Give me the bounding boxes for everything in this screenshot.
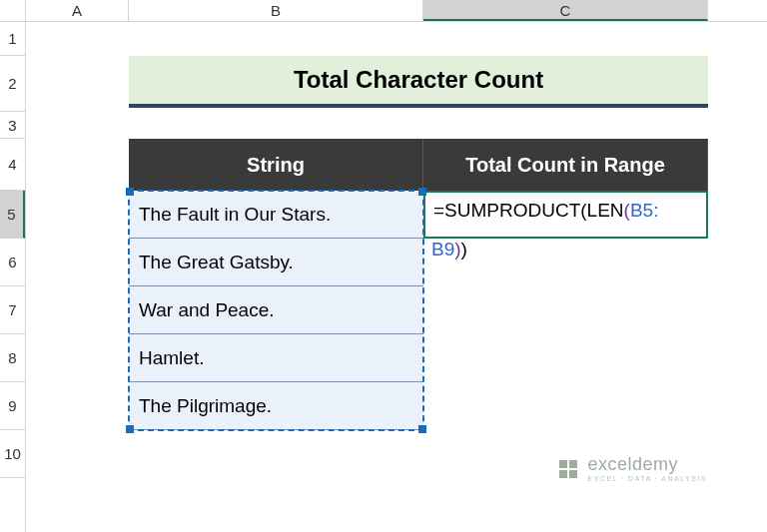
data-range: The Fault in Our Stars. The Great Gatsby… [129, 191, 423, 430]
title-banner: Total Character Count [129, 56, 708, 108]
select-all-corner[interactable] [0, 0, 26, 21]
row-header-10[interactable]: 10 [0, 430, 25, 478]
row-header-1[interactable]: 1 [0, 22, 25, 56]
column-headers: A B C [0, 0, 767, 22]
exceldemy-logo-icon [556, 457, 580, 481]
row-header-7[interactable]: 7 [0, 286, 25, 334]
row-header-5[interactable]: 5 [0, 191, 25, 239]
formula-fn: =SUMPRODUCT [433, 200, 580, 221]
header-string[interactable]: String [129, 139, 423, 191]
formula-ref1: B5: [630, 200, 659, 221]
formula-len: LEN [587, 200, 624, 221]
row-header-6[interactable]: 6 [0, 239, 25, 286]
formula-overflow: B9)) [423, 239, 467, 261]
cell-b9[interactable]: The Pilgrimage. [129, 382, 423, 430]
row-header-4[interactable]: 4 [0, 139, 25, 191]
row-headers: 1 2 3 4 5 6 7 8 9 10 [0, 22, 26, 532]
column-header-b[interactable]: B [129, 0, 423, 21]
formula-ref2: B9 [431, 239, 454, 260]
cell-b7[interactable]: War and Peace. [129, 286, 423, 334]
cell-area[interactable]: Total Character Count String Total Count… [26, 22, 767, 532]
table-header-row: String Total Count in Range [129, 139, 708, 191]
row-header-9[interactable]: 9 [0, 382, 25, 430]
row-header-2[interactable]: 2 [0, 56, 25, 112]
header-count[interactable]: Total Count in Range [423, 139, 708, 191]
watermark: exceldemy EXCEL · DATA · ANALYSIS [556, 455, 707, 482]
spreadsheet-grid: A B C 1 2 3 4 5 6 7 8 9 10 Total Charact… [0, 0, 767, 532]
cell-b5[interactable]: The Fault in Our Stars. [129, 191, 423, 239]
column-header-c[interactable]: C [423, 0, 708, 21]
column-header-a[interactable]: A [26, 0, 129, 21]
cell-c5-formula[interactable]: =SUMPRODUCT(LEN(B5: [423, 191, 708, 239]
cell-b6[interactable]: The Great Gatsby. [129, 239, 423, 286]
watermark-sub: EXCEL · DATA · ANALYSIS [588, 475, 707, 482]
watermark-brand: exceldemy [588, 455, 707, 473]
row-header-3[interactable]: 3 [0, 112, 25, 139]
cell-b8[interactable]: Hamlet. [129, 334, 423, 382]
title-text: Total Character Count [294, 66, 543, 94]
formula-paren-close1: ) [461, 239, 467, 260]
row-header-8[interactable]: 8 [0, 334, 25, 382]
